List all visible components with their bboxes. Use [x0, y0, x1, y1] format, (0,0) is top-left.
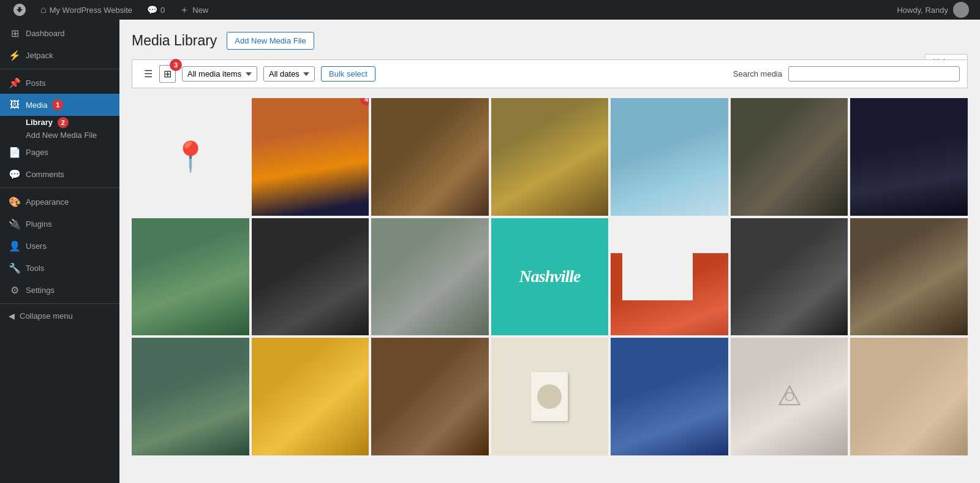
sidebar-dashboard-label: Dashboard: [26, 29, 65, 38]
appearance-icon: 🎨: [9, 196, 21, 208]
search-label: Search media: [733, 69, 782, 78]
media-item[interactable]: [252, 218, 369, 336]
adminbar-site-name: My WordPress Website: [50, 6, 132, 15]
page-title: Media Library: [132, 32, 217, 49]
adminbar-new-label: New: [192, 6, 208, 15]
media-thumbnail: [491, 98, 609, 216]
media-item[interactable]: [850, 338, 968, 455]
media-thumbnail: [252, 218, 369, 336]
pin-icon: 📍: [172, 140, 209, 174]
sidebar-item-plugins[interactable]: 🔌 Plugins: [0, 213, 119, 235]
media-thumbnail: [371, 218, 489, 336]
media-thumbnail: [371, 338, 489, 455]
sidebar-item-users[interactable]: 👤 Users: [0, 235, 119, 257]
media-item[interactable]: [611, 338, 728, 455]
sidebar-item-posts[interactable]: 📌 Posts: [0, 72, 119, 94]
adminbar-user: Howdy, Randy: [897, 2, 974, 18]
users-icon: 👤: [9, 240, 21, 252]
media-item[interactable]: Nashville: [491, 218, 609, 336]
sidebar-tools-label: Tools: [26, 264, 44, 273]
media-thumbnail: [611, 98, 728, 216]
sidebar-sub-add-new-media[interactable]: Add New Media File: [0, 129, 119, 141]
sidebar-collapse[interactable]: ◀ Collapse menu: [0, 306, 119, 325]
main-content: Help ▼ Media Library Add New Media File …: [119, 20, 980, 483]
media-item[interactable]: [371, 218, 489, 336]
sidebar-item-comments[interactable]: 💬 Comments: [0, 163, 119, 185]
media-toolbar: ☰ ⊞ 3 All media items Images Audio Video…: [132, 59, 968, 88]
sidebar-item-settings[interactable]: ⚙ Settings: [0, 279, 119, 301]
adminbar-comments[interactable]: 💬 0: [140, 0, 172, 20]
media-item[interactable]: [132, 338, 249, 455]
sidebar-pages-label: Pages: [26, 148, 48, 157]
badge-3: 3: [170, 59, 182, 71]
adminbar-new[interactable]: ＋ New: [172, 0, 216, 20]
dashboard-icon: ⊞: [9, 27, 21, 39]
media-thumbnail: [132, 338, 249, 455]
media-thumbnail: [731, 218, 848, 336]
media-item[interactable]: [252, 338, 369, 455]
media-item[interactable]: 4: [252, 98, 369, 216]
page-header: Media Library Add New Media File: [132, 32, 968, 50]
sidebar-add-new-media-label: Add New Media File: [26, 131, 97, 140]
media-thumbnail: [611, 253, 728, 335]
sidebar-sub-library[interactable]: Library 2: [0, 116, 119, 129]
media-item[interactable]: [611, 218, 728, 336]
media-icon: 🖼: [9, 99, 21, 111]
media-thumbnail: [611, 338, 728, 455]
media-type-filter[interactable]: All media items Images Audio Video Docum…: [182, 66, 257, 82]
date-filter[interactable]: All dates 2024 2023 2022: [263, 66, 315, 82]
sidebar-item-tools[interactable]: 🔧 Tools: [0, 257, 119, 279]
add-new-media-button[interactable]: Add New Media File: [227, 32, 314, 50]
media-item[interactable]: [850, 98, 968, 216]
media-item[interactable]: [132, 218, 249, 336]
media-thumbnail: [491, 338, 609, 455]
posts-icon: 📌: [9, 77, 21, 89]
sidebar-comments-label: Comments: [26, 170, 64, 179]
collapse-label: Collapse menu: [20, 311, 73, 321]
sidebar-posts-label: Posts: [26, 78, 46, 88]
sidebar-settings-label: Settings: [26, 286, 55, 295]
media-item[interactable]: [850, 218, 968, 336]
sidebar-item-dashboard[interactable]: ⊞ Dashboard: [0, 22, 119, 44]
search-input[interactable]: [788, 66, 960, 82]
media-item[interactable]: [731, 218, 848, 336]
wp-logo[interactable]: [6, 0, 33, 20]
svg-point-1: [785, 392, 793, 400]
media-item[interactable]: [731, 98, 848, 216]
media-thumbnail: Nashville: [491, 218, 609, 336]
media-badge: 1: [52, 99, 63, 110]
sidebar-item-jetpack[interactable]: ⚡ Jetpack: [0, 44, 119, 66]
media-item[interactable]: [731, 338, 848, 455]
sidebar: ⊞ Dashboard ⚡ Jetpack 📌 Posts 🖼 Media 1 …: [0, 20, 119, 483]
sidebar-item-appearance[interactable]: 🎨 Appearance: [0, 191, 119, 213]
media-item[interactable]: [611, 98, 728, 216]
media-thumbnail: [371, 98, 489, 216]
adminbar-greeting: Howdy, Randy: [897, 6, 948, 15]
sidebar-item-pages[interactable]: 📄 Pages: [0, 141, 119, 163]
media-thumbnail: [731, 98, 848, 216]
media-item[interactable]: [371, 98, 489, 216]
library-badge: 2: [58, 117, 69, 128]
sidebar-plugins-label: Plugins: [26, 219, 52, 229]
sidebar-item-media[interactable]: 🖼 Media 1: [0, 94, 119, 116]
tools-icon: 🔧: [9, 262, 21, 274]
media-thumbnail: [731, 338, 848, 455]
avatar: [953, 2, 969, 18]
media-item[interactable]: [371, 338, 489, 455]
adminbar-comments-count: 0: [160, 6, 165, 15]
media-thumbnail: [252, 338, 369, 455]
list-view-button[interactable]: ☰: [140, 65, 157, 83]
sidebar-appearance-label: Appearance: [26, 197, 69, 207]
media-thumbnail: [850, 98, 968, 216]
comments-icon: 💬: [9, 168, 21, 180]
collapse-icon: ◀: [9, 311, 15, 321]
media-thumbnail: [850, 338, 968, 455]
bulk-select-button[interactable]: Bulk select: [321, 66, 375, 82]
media-item[interactable]: [491, 338, 609, 455]
media-item[interactable]: 📍: [132, 98, 249, 216]
adminbar-site[interactable]: ⌂ My WordPress Website: [33, 0, 140, 20]
media-item[interactable]: [491, 98, 609, 216]
admin-bar: ⌂ My WordPress Website 💬 0 ＋ New Howdy, …: [0, 0, 980, 20]
sidebar-users-label: Users: [26, 242, 47, 251]
media-thumbnail: [132, 218, 249, 336]
